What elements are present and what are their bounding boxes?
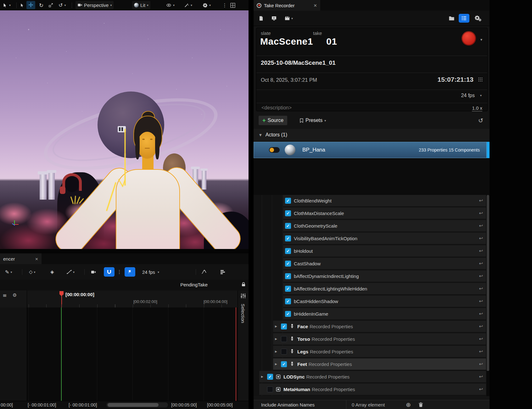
range-end-line[interactable] (236, 307, 236, 401)
range-end-value[interactable]: [00:00:05:00] (207, 402, 233, 407)
revert-icon[interactable]: ↩ (479, 374, 483, 379)
scrollbar-track[interactable] (486, 195, 490, 396)
property-checkbox[interactable]: ✓ (285, 311, 291, 317)
property-checkbox[interactable] (281, 336, 287, 342)
property-checkbox[interactable]: ✓ (285, 223, 291, 229)
move-tool-button[interactable] (26, 1, 35, 9)
rotation-snap-button[interactable]: ↺▾ (57, 0, 68, 10)
property-row[interactable]: ▶✓FeetRecorded Properties↩ (273, 358, 486, 370)
review-take-button[interactable] (271, 11, 277, 26)
revert-icon[interactable]: ↩ (479, 336, 483, 342)
outliner-menu-icon[interactable]: ≡ (3, 292, 7, 298)
property-checkbox[interactable]: ✓ (285, 198, 291, 204)
browse-takes-button[interactable] (449, 11, 455, 26)
view-mode-dropdown[interactable]: Lit ▾ (132, 1, 150, 9)
scrollbar-thumb[interactable] (487, 195, 489, 371)
actors-section-header[interactable]: ▼ Actors (1) (254, 129, 490, 141)
property-checkbox[interactable]: ✓ (281, 323, 287, 329)
property-row[interactable]: ✓ClothMaxDistanceScale↩ (283, 207, 486, 219)
revert-icon[interactable]: ↩ (479, 235, 483, 241)
viewport-settings-button[interactable]: ▾ (201, 0, 213, 10)
filter-sliders-icon[interactable] (240, 293, 246, 300)
property-row[interactable]: ✓CastShadow↩ (283, 258, 486, 269)
expander-icon[interactable]: ▶ (275, 325, 278, 328)
timeline-body[interactable] (0, 307, 249, 401)
timeline-scrollbar-thumb[interactable] (108, 403, 159, 407)
actor-row[interactable]: BP_Hana 233 Properties 15 Components (254, 142, 487, 158)
scale-tool-button[interactable] (47, 0, 55, 10)
perspective-dropdown[interactable]: Perspective ▾ (76, 1, 114, 9)
scrollbar-thumb-active[interactable] (487, 142, 490, 158)
curve-editor-button[interactable] (201, 264, 207, 280)
property-checkbox[interactable]: ✓ (267, 374, 273, 380)
keyframe-options-button[interactable]: ◇▾ (29, 264, 36, 280)
property-row[interactable]: ▶LegsRecorded Properties↩ (273, 346, 486, 357)
camera-cut-button[interactable] (91, 264, 96, 280)
property-checkbox[interactable]: ✓ (285, 261, 291, 267)
expander-icon[interactable]: ▶ (275, 362, 278, 366)
property-checkbox[interactable]: ✓ (285, 210, 291, 216)
speed-multiplier[interactable]: 1.0 x (472, 105, 482, 111)
range-start-value[interactable]: [- 00:00:01:00] (69, 402, 97, 407)
property-checkbox[interactable]: ✓ (285, 248, 291, 254)
revert-icon[interactable]: ↩ (479, 198, 483, 203)
revert-icon[interactable]: ↩ (479, 261, 483, 266)
revert-icon[interactable]: ↩ (479, 286, 483, 291)
take-recorder-tab[interactable]: Take Recorder × (254, 0, 320, 11)
record-options-chevron-icon[interactable]: ▾ (480, 37, 482, 42)
timeline-scrollbar-track[interactable] (106, 402, 168, 407)
presets-button[interactable]: Presets ▾ (296, 116, 330, 125)
revert-icon[interactable]: ↩ (479, 248, 483, 254)
settings-button[interactable] (474, 11, 481, 26)
revert-icon[interactable]: ↩ (479, 210, 483, 216)
more-options-button[interactable]: ⋮ (222, 0, 227, 10)
revert-icon[interactable]: ↩ (479, 361, 483, 367)
chevron-expanded-icon[interactable]: ▼ (259, 133, 262, 137)
property-row[interactable]: ✓bAffectIndirectLightingWhileHidden↩ (283, 283, 486, 294)
property-row[interactable]: ✓ClothBlendWeight↩ (283, 195, 486, 206)
range-value-clipped[interactable]: 00:00] (1, 402, 13, 407)
expander-icon[interactable]: ▶ (275, 350, 278, 353)
property-row[interactable]: ▶MetaHumanRecorded Properties↩ (259, 384, 486, 395)
snap-options-button[interactable]: ⋮ (117, 264, 122, 280)
rotate-tool-button[interactable]: ↻ (37, 0, 45, 10)
show-flags-button[interactable]: ▾ (164, 0, 176, 10)
revert-icon[interactable]: ↩ (479, 311, 483, 317)
curve-tangent-button[interactable]: ▾ (67, 264, 75, 280)
revert-changes-button[interactable]: ↺ (478, 117, 483, 124)
lock-icon[interactable] (241, 282, 246, 288)
range-start-line[interactable] (61, 307, 62, 401)
property-checkbox[interactable]: ✓ (285, 273, 291, 279)
viewport-3d[interactable] (0, 10, 249, 249)
record-button[interactable] (462, 31, 476, 46)
frame-rate-dropdown[interactable]: 24 fps ▾ (142, 264, 159, 280)
slate-value[interactable]: MacScene1 (260, 36, 313, 47)
pointer-tool-button[interactable] (18, 0, 26, 10)
property-checkbox[interactable] (281, 349, 287, 355)
property-checkbox[interactable]: ✓ (281, 361, 287, 367)
revert-icon[interactable]: ↩ (479, 273, 483, 279)
frame-rate-value[interactable]: 24 fps (461, 93, 475, 98)
layout-grid-button[interactable] (230, 0, 235, 10)
property-row[interactable]: ✓bHoldout↩ (283, 245, 486, 257)
panel-divider[interactable] (249, 0, 254, 409)
property-row[interactable]: ▶TorsoRecorded Properties↩ (273, 333, 486, 345)
property-checkbox[interactable]: ✓ (285, 298, 291, 304)
property-checkbox[interactable] (267, 386, 273, 392)
property-row[interactable]: ✓bHiddenInGame↩ (283, 308, 486, 319)
range-end-value[interactable]: [00:00:05:00] (171, 402, 197, 407)
take-value[interactable]: 01 (326, 36, 337, 47)
expander-icon[interactable]: ▶ (261, 375, 264, 378)
property-row[interactable]: ▶✓FaceRecorded Properties↩ (273, 321, 486, 332)
takes-browser-button[interactable]: ▾ (284, 11, 293, 26)
property-row[interactable]: ✓VisibilityBasedAnimTickOption↩ (283, 233, 486, 244)
auto-keyframe-button[interactable]: ◈ (50, 264, 54, 280)
revert-icon[interactable]: ↩ (479, 349, 483, 354)
character-face[interactable] (137, 132, 157, 159)
track-options-button[interactable] (220, 264, 225, 280)
property-checkbox[interactable]: ✓ (285, 286, 291, 292)
revert-icon[interactable]: ↩ (479, 223, 483, 229)
close-icon[interactable]: × (35, 257, 38, 261)
outliner-settings-icon[interactable]: ⚙ (13, 292, 17, 298)
delete-elements-button[interactable] (418, 402, 423, 408)
